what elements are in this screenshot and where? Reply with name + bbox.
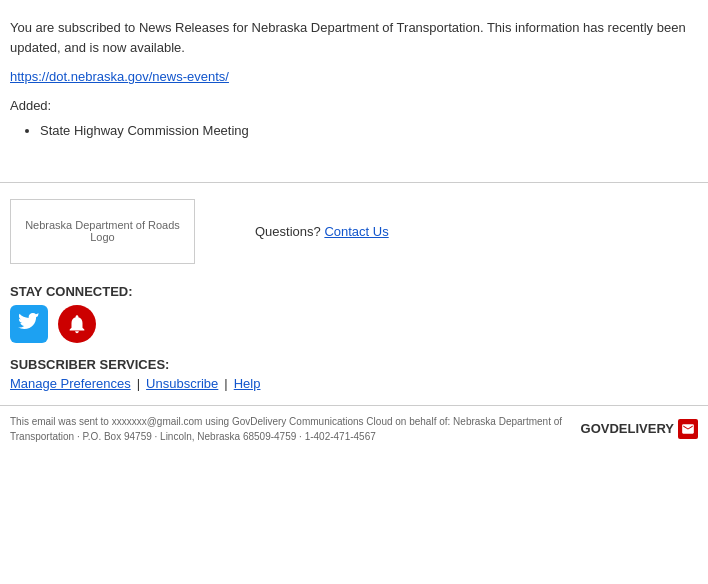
govdelivery-icon (678, 419, 698, 439)
questions-section: Questions? Contact Us (255, 224, 389, 239)
twitter-icon[interactable] (10, 305, 48, 343)
separator-2: | (224, 376, 227, 391)
subscriber-label: SUBSCRIBER SERVICES: (10, 357, 698, 372)
govdelivery-label: GOVDELIVERY (581, 421, 674, 436)
added-label: Added: (10, 98, 698, 113)
help-link[interactable]: Help (234, 376, 261, 391)
stay-connected-section: STAY CONNECTED: (0, 274, 708, 349)
subscriber-links: Manage Preferences | Unsubscribe | Help (10, 376, 698, 391)
logo-box: Nebraska Department of Roads Logo (10, 199, 195, 264)
logo-text: Nebraska Department of Roads Logo (15, 219, 190, 243)
questions-text: Questions? (255, 224, 321, 239)
news-link[interactable]: https://dot.nebraska.gov/news-events/ (10, 69, 229, 84)
footer-bottom: This email was sent to xxxxxxx@gmail.com… (0, 405, 708, 452)
stay-connected-label: STAY CONNECTED: (10, 284, 698, 299)
list-item: State Highway Commission Meeting (40, 121, 698, 142)
unsubscribe-link[interactable]: Unsubscribe (146, 376, 218, 391)
govdelivery-badge: GOVDELIVERY (581, 419, 698, 439)
added-list: State Highway Commission Meeting (40, 121, 698, 142)
footer-top: Nebraska Department of Roads Logo Questi… (0, 183, 708, 274)
intro-text: You are subscribed to News Releases for … (10, 18, 698, 57)
notifications-icon[interactable] (58, 305, 96, 343)
main-content: You are subscribed to News Releases for … (0, 0, 708, 152)
separator-1: | (137, 376, 140, 391)
contact-us-link[interactable]: Contact Us (324, 224, 388, 239)
manage-preferences-link[interactable]: Manage Preferences (10, 376, 131, 391)
social-icons (10, 305, 698, 343)
footer-note: This email was sent to xxxxxxx@gmail.com… (10, 414, 570, 444)
subscriber-services-section: SUBSCRIBER SERVICES: Manage Preferences … (0, 349, 708, 395)
